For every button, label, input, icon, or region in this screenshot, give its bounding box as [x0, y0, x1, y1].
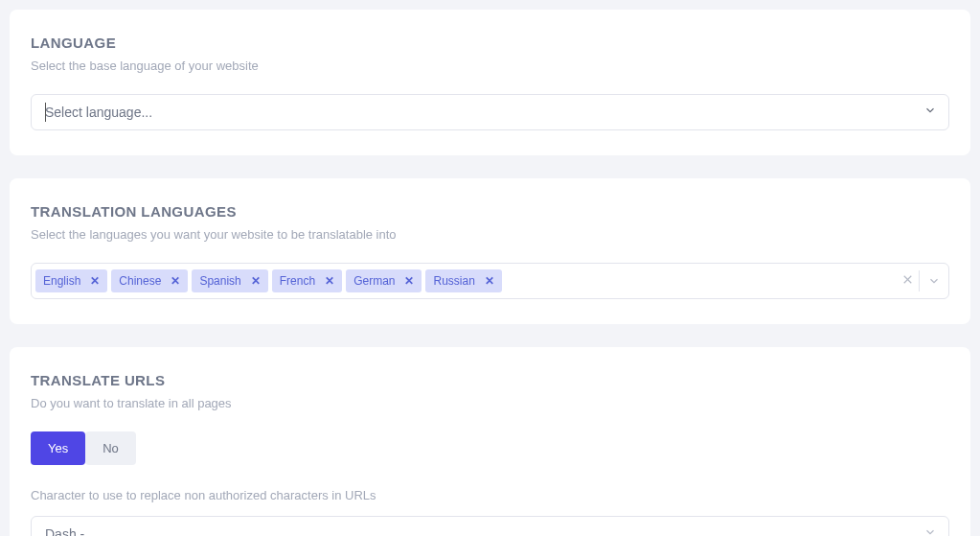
language-tag: English✕ — [35, 269, 107, 292]
language-tag-label: English — [43, 274, 80, 288]
translation-subtitle: Select the languages you want your websi… — [31, 227, 949, 242]
clear-all-icon[interactable] — [901, 272, 914, 290]
url-char-label: Character to use to replace non authoriz… — [31, 488, 949, 502]
translate-urls-yes-button[interactable]: Yes — [31, 431, 85, 465]
translation-languages-multiselect[interactable]: English✕Chinese✕Spanish✕French✕German✕Ru… — [31, 263, 949, 299]
translation-title: TRANSLATION LANGUAGES — [31, 203, 949, 220]
language-tag: Chinese✕ — [111, 269, 188, 292]
language-section: LANGUAGE Select the base language of you… — [10, 10, 970, 155]
translate-urls-section: TRANSLATE URLS Do you want to translate … — [10, 347, 970, 536]
remove-tag-icon[interactable]: ✕ — [86, 274, 103, 288]
url-char-select[interactable]: Dash - — [31, 516, 949, 536]
language-tag: German✕ — [346, 269, 422, 292]
language-tag-label: Russian — [433, 274, 474, 288]
remove-tag-icon[interactable]: ✕ — [400, 274, 418, 288]
text-cursor — [45, 103, 46, 122]
language-tag: Spanish✕ — [192, 269, 267, 292]
remove-tag-icon[interactable]: ✕ — [321, 274, 338, 288]
language-tag-label: Chinese — [119, 274, 161, 288]
chevron-down-icon — [923, 104, 937, 121]
chevron-down-icon — [923, 525, 937, 536]
urls-title: TRANSLATE URLS — [31, 372, 949, 388]
translation-languages-section: TRANSLATION LANGUAGES Select the languag… — [10, 178, 970, 324]
translate-urls-no-button[interactable]: No — [85, 431, 136, 465]
urls-subtitle: Do you want to translate in all pages — [31, 396, 949, 410]
base-language-placeholder: Select language... — [45, 105, 152, 120]
language-tag: French✕ — [272, 269, 342, 292]
language-title: LANGUAGE — [31, 35, 949, 51]
url-char-value: Dash - — [45, 526, 84, 536]
language-tag-label: German — [353, 274, 395, 288]
remove-tag-icon[interactable]: ✕ — [481, 274, 498, 288]
remove-tag-icon[interactable]: ✕ — [167, 274, 184, 288]
language-subtitle: Select the base language of your website — [31, 58, 949, 73]
language-tag-label: French — [280, 274, 315, 288]
language-tag-label: Spanish — [199, 274, 240, 288]
remove-tag-icon[interactable]: ✕ — [247, 274, 264, 288]
chevron-down-icon[interactable] — [919, 270, 941, 291]
language-tag: Russian✕ — [425, 269, 501, 292]
base-language-select[interactable]: Select language... — [31, 94, 949, 130]
translate-urls-toggle: Yes No — [31, 431, 949, 465]
